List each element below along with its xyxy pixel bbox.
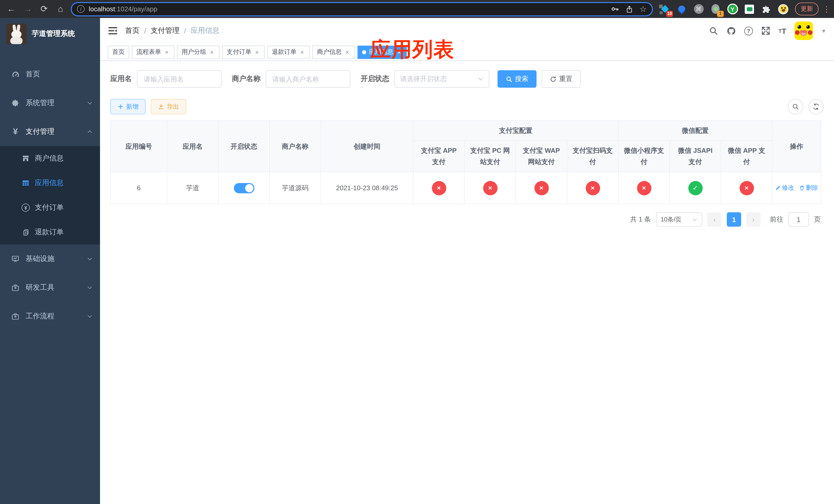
- extension-y-icon[interactable]: Y: [727, 3, 738, 15]
- fullscreen-icon[interactable]: [761, 26, 770, 36]
- tab-1[interactable]: 流程表单×: [132, 45, 174, 59]
- search-button[interactable]: 搜索: [498, 70, 536, 88]
- active-dot: [362, 50, 366, 54]
- close-icon[interactable]: ×: [254, 48, 260, 55]
- toggle-search-icon[interactable]: [788, 99, 803, 114]
- sidebar-item-5[interactable]: ¥支付订单: [0, 196, 100, 220]
- sidebar-item-1[interactable]: 系统管理: [0, 89, 100, 117]
- github-icon[interactable]: [726, 26, 736, 36]
- sidebar-item-6[interactable]: 退款订单: [0, 220, 100, 245]
- prev-page-button[interactable]: ‹: [707, 212, 722, 227]
- info-icon[interactable]: i: [77, 5, 85, 13]
- chevron-down-icon: [87, 313, 93, 319]
- enabled-toggle[interactable]: [234, 183, 254, 193]
- share-icon[interactable]: [625, 5, 633, 13]
- font-size-icon[interactable]: TT: [778, 26, 787, 35]
- chevron-down-icon[interactable]: ▼: [821, 28, 826, 33]
- sidebar-collapse-icon[interactable]: [108, 26, 118, 36]
- sidebar-item-2[interactable]: ¥支付管理: [0, 117, 100, 146]
- app-name-input[interactable]: [137, 70, 222, 88]
- url-bar[interactable]: i localhost:1024/pay/app ☆: [71, 2, 653, 16]
- star-icon[interactable]: ☆: [639, 4, 647, 14]
- annotation-title: 应用列表: [370, 36, 455, 64]
- edit-link[interactable]: 修改: [775, 184, 794, 192]
- gear-icon: [9, 99, 22, 107]
- refresh-icon[interactable]: [808, 99, 824, 114]
- app-logo[interactable]: 芋道管理系统: [0, 18, 100, 50]
- reload-icon[interactable]: ⟳: [38, 3, 50, 15]
- export-button[interactable]: 导出: [151, 99, 186, 114]
- tab-4[interactable]: 退款订单×: [267, 45, 310, 59]
- briefcase-icon: [9, 312, 22, 320]
- navbar: 首页 / 支付管理 / 应用信息 ? TT ▼: [100, 18, 834, 44]
- sidebar-item-4[interactable]: 应用信息: [0, 171, 100, 196]
- sidebar-item-label: 支付订单: [35, 203, 64, 212]
- breadcrumb: 首页 / 支付管理 / 应用信息: [125, 26, 220, 36]
- home-icon[interactable]: ⌂: [54, 3, 67, 15]
- back-icon[interactable]: ←: [5, 3, 18, 15]
- tab-5[interactable]: 商户信息×: [312, 45, 355, 59]
- url-text[interactable]: localhost:1024/pay/app: [89, 5, 606, 13]
- sidebar-item-8[interactable]: 研发工具: [0, 273, 100, 302]
- delete-link[interactable]: 删除: [799, 184, 818, 192]
- extension-smiley-icon[interactable]: [777, 3, 789, 15]
- tab-3[interactable]: 支付订单×: [222, 45, 265, 59]
- extension-chat-icon[interactable]: [744, 3, 755, 15]
- close-icon[interactable]: ×: [209, 48, 215, 55]
- page-size-select[interactable]: 10条/页: [656, 212, 702, 227]
- tab-2[interactable]: 用户分组×: [177, 45, 220, 59]
- cell-pay-status-0: ×: [413, 172, 464, 204]
- sidebar-submenu: 商户信息应用信息¥支付订单退款订单: [0, 146, 100, 245]
- extension-command-icon[interactable]: ⌘: [693, 3, 704, 15]
- status-select[interactable]: 请选择开启状态: [394, 70, 489, 88]
- reset-button[interactable]: 重置: [542, 70, 580, 88]
- close-icon[interactable]: ×: [299, 48, 305, 55]
- status-disabled-icon: ×: [637, 181, 651, 196]
- sidebar-item-0[interactable]: 首页: [0, 60, 100, 89]
- cell-actions: 修改 删除: [772, 172, 821, 204]
- merchant-input[interactable]: [266, 70, 350, 88]
- help-icon[interactable]: ?: [744, 26, 753, 35]
- goto-page-input[interactable]: [788, 212, 809, 227]
- cell-enabled: [218, 172, 269, 204]
- pay-column-header-0: 支付宝 APP 支付: [413, 141, 464, 172]
- add-button[interactable]: 新增: [110, 99, 146, 114]
- tab-0[interactable]: 首页: [108, 45, 129, 59]
- breadcrumb-home[interactable]: 首页: [125, 26, 139, 36]
- search-icon[interactable]: [709, 26, 718, 36]
- page-number-1[interactable]: 1: [727, 212, 741, 227]
- goto-suffix: 页: [814, 215, 821, 224]
- next-page-button[interactable]: ›: [746, 212, 761, 227]
- sidebar-item-9[interactable]: 工作流程: [0, 302, 100, 331]
- pay-column-header-1: 支付宝 PC 网站支付: [464, 141, 516, 172]
- tab-label: 用户分组: [181, 48, 206, 56]
- chrome-update-button[interactable]: 更新: [795, 3, 819, 15]
- briefcase-icon: [9, 283, 22, 292]
- menu-kebab-icon[interactable]: ⋮: [823, 4, 829, 14]
- gauge-icon: [9, 70, 22, 79]
- tab-label: 退款订单: [272, 48, 297, 56]
- extension-puzzle-icon[interactable]: [761, 3, 772, 15]
- extension-balloon-icon[interactable]: [676, 3, 687, 15]
- close-icon[interactable]: ×: [163, 48, 170, 55]
- user-avatar[interactable]: [794, 22, 813, 40]
- table-row: 6 芋道 芋道源码 2021-10-23 08:49:25 ×××××✓× 修改: [111, 172, 821, 204]
- sidebar-item-label: 应用信息: [35, 178, 64, 188]
- status-disabled-icon: ×: [534, 181, 549, 196]
- column-header-actions: 操作: [772, 121, 821, 172]
- main-area: 首页 / 支付管理 / 应用信息 ? TT ▼ 应用列表 首页流程表单×用户: [100, 18, 834, 504]
- breadcrumb-pay[interactable]: 支付管理: [151, 26, 179, 36]
- sidebar-item-7[interactable]: 基础设施: [0, 245, 100, 273]
- pay-column-header-6: 微信 APP 支付: [721, 141, 772, 172]
- page-content: 应用名 商户名称 开启状态 请选择开启状态 搜索 重置: [100, 61, 834, 504]
- close-icon[interactable]: ×: [344, 48, 350, 55]
- forward-icon[interactable]: →: [22, 3, 34, 15]
- chevron-down-icon: [692, 217, 698, 223]
- sidebar-item-3[interactable]: 商户信息: [0, 146, 100, 171]
- key-icon[interactable]: [610, 5, 619, 13]
- extension-workona-icon[interactable]: 10: [659, 3, 671, 15]
- cell-created: 2021-10-23 08:49:25: [321, 172, 413, 204]
- extension-oval-icon[interactable]: 1: [710, 3, 721, 15]
- extension-badge: 1: [717, 10, 724, 17]
- cell-pay-status-4: ×: [618, 172, 670, 204]
